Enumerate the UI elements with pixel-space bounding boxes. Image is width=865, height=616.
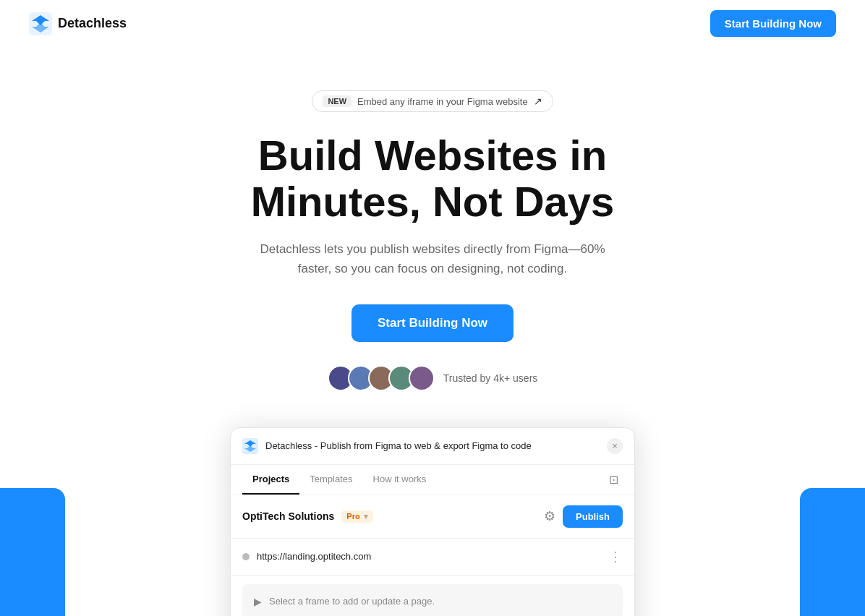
hero-subtitle: Detachless lets you publish websites dir… [244,239,621,278]
tab-templates[interactable]: Templates [299,465,362,495]
pro-dropdown-icon: ▾ [364,512,368,521]
select-frame-text: Select a frame to add or update a page. [269,596,435,607]
plugin-wrapper: Detachless - Publish from Figma to web &… [230,427,635,616]
badge-new-label: NEW [323,95,351,107]
hero-cta-button[interactable]: Start Building Now [351,304,514,342]
logo-text: Detachless [58,16,127,31]
plugin-project-row: OptiTech Solutions Pro ▾ ⚙ Publish [231,495,634,539]
plugin-title-text: Detachless - Publish from Figma to web &… [265,440,532,451]
project-actions: ⚙ Publish [544,505,623,528]
blue-bg-right [800,488,865,616]
url-left: https://landing.optitech.com [242,551,371,562]
publish-button[interactable]: Publish [563,505,623,528]
settings-button[interactable]: ⚙ [544,508,555,524]
url-row: https://landing.optitech.com ⋮ [231,539,634,576]
layout-icon[interactable]: ⊡ [605,467,623,492]
nav-cta-button[interactable]: Start Building Now [710,10,836,37]
avatar-group [328,365,435,391]
plugin-tabs: Projects Templates How it works ⊡ [231,465,634,495]
logo-area: Detachless [29,12,127,35]
pro-badge[interactable]: Pro ▾ [341,510,372,523]
plugin-logo-icon [242,438,258,454]
url-status-dot [242,553,250,560]
blue-bg-left [0,488,65,616]
header: Detachless Start Building Now [0,0,865,47]
project-name: OptiTech Solutions [242,510,334,522]
url-text[interactable]: https://landing.optitech.com [257,551,371,562]
hero-title: Build Websites in Minutes, Not Days [179,132,686,225]
hero-section: NEW Embed any iframe in your Figma websi… [0,47,865,391]
plugin-tabs-left: Projects Templates How it works [242,465,436,495]
badge-arrow-icon: ↗ [534,95,542,107]
pro-label: Pro [346,512,359,521]
tab-how-it-works[interactable]: How it works [363,465,437,495]
titlebar-left: Detachless - Publish from Figma to web &… [242,438,532,454]
plugin-titlebar: Detachless - Publish from Figma to web &… [231,428,634,465]
trust-text: Trusted by 4k+ users [443,372,538,384]
plugin-window: Detachless - Publish from Figma to web &… [230,427,635,616]
announcement-badge[interactable]: NEW Embed any iframe in your Figma websi… [312,90,553,112]
avatar [409,365,435,391]
url-more-button[interactable]: ⋮ [609,549,623,565]
badge-text: Embed any iframe in your Figma website [357,96,528,107]
logo-icon [29,12,52,35]
project-name-area: OptiTech Solutions Pro ▾ [242,510,373,523]
close-button[interactable]: × [607,438,623,454]
tab-projects[interactable]: Projects [242,465,299,495]
trust-row: Trusted by 4k+ users [14,365,851,391]
play-icon: ▶ [254,596,262,607]
select-frame-row: ▶ Select a frame to add or update a page… [242,584,623,616]
